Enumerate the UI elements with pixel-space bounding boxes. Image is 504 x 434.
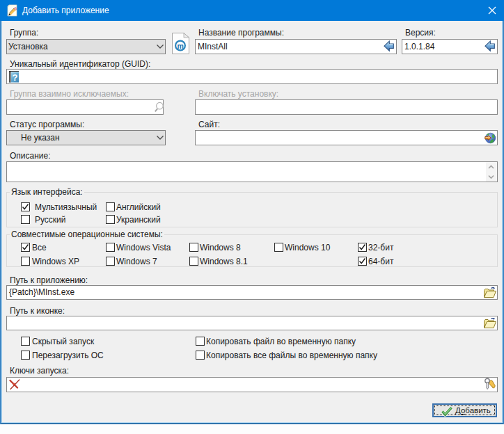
svg-text:m: m	[178, 42, 184, 50]
svg-text:?: ?	[13, 72, 18, 83]
